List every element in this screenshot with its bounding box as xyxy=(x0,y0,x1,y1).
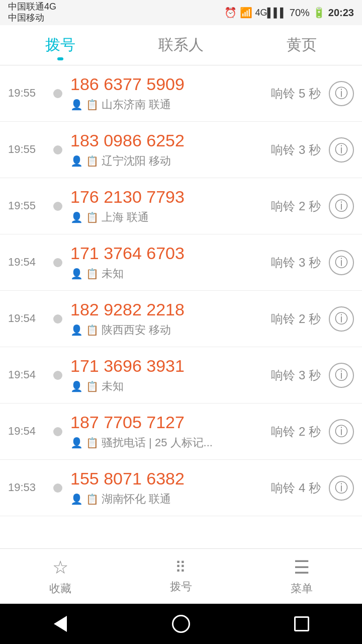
nav-favorites-label: 收藏 xyxy=(49,581,71,596)
home-button[interactable] xyxy=(168,611,194,636)
tab-yellowpages[interactable]: 黄页 xyxy=(241,30,362,60)
nav-dial-label: 拨号 xyxy=(170,579,192,594)
recents-button[interactable] xyxy=(289,611,314,636)
info-button[interactable]: ⓘ xyxy=(329,250,354,275)
nav-dial[interactable]: ⠿ 拨号 xyxy=(121,558,241,594)
call-time: 19:55 xyxy=(8,198,53,214)
call-meta: 响铃 4 秒 ⓘ xyxy=(271,475,354,501)
person-icon: 👤 xyxy=(70,380,83,392)
call-info: 171 3764 6703 👤 📋 未知 xyxy=(70,244,271,281)
call-number: 186 6377 5909 xyxy=(70,74,271,94)
tab-dial-label: 拨号 xyxy=(45,36,75,53)
call-location: 👤 📋 上海 联通 xyxy=(70,210,271,225)
call-meta: 响铃 2 秒 ⓘ xyxy=(271,419,354,444)
nav-favorites[interactable]: ☆ 收藏 xyxy=(0,557,121,596)
call-location: 👤 📋 山东济南 联通 xyxy=(70,97,271,112)
info-button[interactable]: ⓘ xyxy=(329,306,354,332)
call-dot xyxy=(53,427,62,436)
person-icon: 👤 xyxy=(70,324,83,336)
back-button[interactable] xyxy=(48,611,73,636)
call-number: 176 2130 7793 xyxy=(70,187,271,207)
battery-icon: 🔋 xyxy=(313,7,325,19)
time-label: 20:23 xyxy=(328,7,354,19)
info-button[interactable]: ⓘ xyxy=(329,137,354,163)
call-location: 👤 📋 骚扰电话 | 25 人标记... xyxy=(70,435,271,450)
person-icon: 👤 xyxy=(70,268,83,280)
call-item[interactable]: 19:55 186 6377 5909 👤 📋 山东济南 联通 响铃 5 秒 ⓘ xyxy=(0,65,362,122)
call-info: 186 6377 5909 👤 📋 山东济南 联通 xyxy=(70,74,271,112)
battery-label: 70% xyxy=(290,7,310,19)
tab-active-indicator xyxy=(57,57,63,60)
call-dot xyxy=(53,371,62,380)
call-dot xyxy=(53,145,62,154)
call-item[interactable]: 19:54 171 3696 3931 👤 📋 未知 响铃 3 秒 ⓘ xyxy=(0,347,362,404)
tab-dial[interactable]: 拨号 xyxy=(0,30,121,60)
alarm-icon: ⏰ xyxy=(224,7,237,19)
call-item[interactable]: 19:54 171 3764 6703 👤 📋 未知 响铃 3 秒 ⓘ xyxy=(0,234,362,291)
call-meta: 响铃 3 秒 ⓘ xyxy=(271,137,354,163)
call-location: 👤 📋 陕西西安 移动 xyxy=(70,323,271,338)
status-icons: ⏰ 📶 4G▌▌▌ 70% 🔋 20:23 xyxy=(224,7,354,19)
call-time: 19:54 xyxy=(8,255,53,270)
carrier1-label: 中国联通4G xyxy=(8,2,56,13)
sim-icon: 📋 xyxy=(86,211,99,223)
sim-icon: 📋 xyxy=(86,380,99,392)
sim-icon: 📋 xyxy=(86,437,99,449)
call-meta: 响铃 5 秒 ⓘ xyxy=(271,81,354,106)
location-text: 未知 xyxy=(102,379,124,394)
person-icon: 👤 xyxy=(70,437,83,449)
call-item[interactable]: 19:55 183 0986 6252 👤 📋 辽宁沈阳 移动 响铃 3 秒 ⓘ xyxy=(0,122,362,178)
info-button[interactable]: ⓘ xyxy=(329,419,354,444)
call-duration: 响铃 2 秒 xyxy=(271,198,321,214)
call-location: 👤 📋 未知 xyxy=(70,379,271,394)
sim-icon: 📋 xyxy=(86,268,99,280)
call-info: 183 0986 6252 👤 📋 辽宁沈阳 移动 xyxy=(70,131,271,169)
call-info: 187 7705 7127 👤 📋 骚扰电话 | 25 人标记... xyxy=(70,413,271,450)
call-item[interactable]: 19:55 176 2130 7793 👤 📋 上海 联通 响铃 2 秒 ⓘ xyxy=(0,178,362,234)
call-number: 171 3696 3931 xyxy=(70,356,271,376)
location-text: 骚扰电话 | 25 人标记... xyxy=(102,435,213,450)
info-button[interactable]: ⓘ xyxy=(329,363,354,388)
call-duration: 响铃 3 秒 xyxy=(271,367,321,383)
call-number: 171 3764 6703 xyxy=(70,244,271,263)
nav-menu-label: 菜单 xyxy=(291,581,313,596)
info-button[interactable]: ⓘ xyxy=(329,194,354,219)
call-location: 👤 📋 辽宁沈阳 移动 xyxy=(70,153,271,169)
call-info: 171 3696 3931 👤 📋 未知 xyxy=(70,356,271,394)
info-button[interactable]: ⓘ xyxy=(329,475,354,501)
tab-contacts[interactable]: 联系人 xyxy=(121,30,241,60)
tab-bar: 拨号 联系人 黄页 xyxy=(0,25,362,65)
sim-icon: 📋 xyxy=(86,99,99,111)
menu-icon: ☰ xyxy=(294,557,310,578)
person-icon: 👤 xyxy=(70,155,83,167)
call-list: 19:55 186 6377 5909 👤 📋 山东济南 联通 响铃 5 秒 ⓘ… xyxy=(0,65,362,548)
location-text: 未知 xyxy=(102,266,124,281)
call-item[interactable]: 19:54 187 7705 7127 👤 📋 骚扰电话 | 25 人标记...… xyxy=(0,404,362,460)
call-duration: 响铃 2 秒 xyxy=(271,311,321,327)
call-info: 182 9282 2218 👤 📋 陕西西安 移动 xyxy=(70,300,271,338)
call-time: 19:54 xyxy=(8,367,53,383)
location-text: 辽宁沈阳 移动 xyxy=(102,153,171,169)
call-info: 176 2130 7793 👤 📋 上海 联通 xyxy=(70,187,271,225)
bottom-nav: ☆ 收藏 ⠿ 拨号 ☰ 菜单 xyxy=(0,548,362,604)
person-icon: 👤 xyxy=(70,493,83,505)
call-number: 155 8071 6382 xyxy=(70,469,271,489)
nav-menu[interactable]: ☰ 菜单 xyxy=(241,557,362,596)
tab-yellowpages-label: 黄页 xyxy=(287,36,317,53)
call-number: 183 0986 6252 xyxy=(70,131,271,150)
location-text: 陕西西安 移动 xyxy=(102,323,171,338)
call-time: 19:55 xyxy=(8,86,53,101)
location-text: 山东济南 联通 xyxy=(102,97,171,112)
android-navbar xyxy=(0,604,362,644)
call-meta: 响铃 2 秒 ⓘ xyxy=(271,194,354,219)
call-item[interactable]: 19:53 155 8071 6382 👤 📋 湖南怀化 联通 响铃 4 秒 ⓘ xyxy=(0,460,362,516)
call-dot xyxy=(53,314,62,324)
tab-contacts-label: 联系人 xyxy=(158,36,204,53)
call-duration: 响铃 2 秒 xyxy=(271,424,321,440)
call-duration: 响铃 3 秒 xyxy=(271,255,321,271)
call-item[interactable]: 19:54 182 9282 2218 👤 📋 陕西西安 移动 响铃 2 秒 ⓘ xyxy=(0,291,362,347)
call-time: 19:53 xyxy=(8,480,53,496)
sim-icon: 📋 xyxy=(86,155,99,167)
info-button[interactable]: ⓘ xyxy=(329,81,354,106)
location-text: 湖南怀化 联通 xyxy=(102,492,171,507)
